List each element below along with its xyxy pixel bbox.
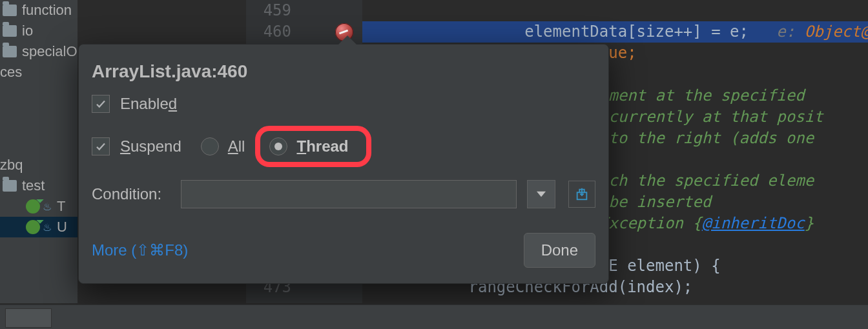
- tree-label: function: [22, 2, 72, 19]
- suspend-checkbox[interactable]: [92, 137, 110, 155]
- code-line: xxxxxxxxxxelementData[size++] = e; e: Ob…: [362, 0, 868, 21]
- suspend-row: Suspend All Thread: [79, 119, 608, 174]
- tree-item-zbq[interactable]: zbq: [0, 155, 78, 175]
- tree-label: U: [57, 219, 67, 235]
- suspend-label: Suspend: [120, 137, 181, 155]
- tree-label: specialObjectRealize: [22, 43, 78, 60]
- java-mark-icon: ♨: [43, 221, 52, 234]
- folder-icon: [3, 5, 17, 16]
- tree-item-specialobjectrealize[interactable]: specialObjectRealize: [0, 41, 78, 62]
- thread-radio-highlight: Thread: [255, 126, 371, 167]
- done-button[interactable]: Done: [524, 233, 595, 268]
- project-tree[interactable]: function io specialObjectRealize ces zbq…: [0, 0, 78, 303]
- folder-icon: [3, 180, 17, 192]
- suspend-thread-label: Thread: [296, 137, 348, 155]
- suspend-all-label: All: [228, 137, 245, 155]
- suspend-thread-radio[interactable]: [269, 137, 287, 155]
- java-mark-icon: ♨: [43, 201, 52, 213]
- folder-icon: [3, 25, 17, 37]
- condition-dropdown-button[interactable]: [527, 180, 555, 208]
- popup-title: ArrayList.java:460: [79, 45, 608, 88]
- line-number: 460: [246, 21, 291, 43]
- tree-item-class-u[interactable]: ♨ U: [0, 217, 78, 237]
- tree-label: zbq: [0, 157, 23, 174]
- line-number: 459: [246, 0, 291, 21]
- svg-marker-0: [537, 192, 546, 197]
- enabled-label: Enabled: [120, 95, 177, 113]
- expand-condition-button[interactable]: [568, 181, 595, 208]
- tree-item-function[interactable]: function: [0, 0, 78, 21]
- tree-item-test[interactable]: test: [0, 175, 78, 196]
- suspend-all-radio[interactable]: [201, 137, 219, 155]
- condition-row: Condition:: [79, 174, 608, 215]
- suspend-all-radio-group: All: [201, 137, 245, 155]
- condition-input[interactable]: [181, 180, 517, 208]
- more-link[interactable]: More (⇧⌘F8): [92, 241, 188, 259]
- tree-label: io: [22, 23, 33, 39]
- breakpoint-properties-popup: ArrayList.java:460 Enabled Suspend All T…: [78, 44, 609, 284]
- tool-window-tab[interactable]: [5, 308, 52, 328]
- tree-label: test: [22, 177, 45, 194]
- tree-label: T: [57, 198, 65, 215]
- folder-icon: [3, 46, 17, 57]
- enabled-checkbox[interactable]: [92, 95, 110, 113]
- tool-window-bar[interactable]: [0, 304, 868, 329]
- popup-footer: More (⇧⌘F8) Done: [79, 215, 608, 268]
- tree-item-io[interactable]: io: [0, 21, 78, 41]
- enabled-row: Enabled: [79, 88, 608, 119]
- condition-label: Condition:: [92, 185, 170, 203]
- tree-label: ces: [0, 64, 22, 81]
- runnable-class-icon: [26, 220, 40, 234]
- tree-item-class-t[interactable]: ♨ T: [0, 196, 78, 217]
- tree-item-truncated[interactable]: ces: [0, 62, 78, 83]
- runnable-class-icon: [26, 199, 40, 214]
